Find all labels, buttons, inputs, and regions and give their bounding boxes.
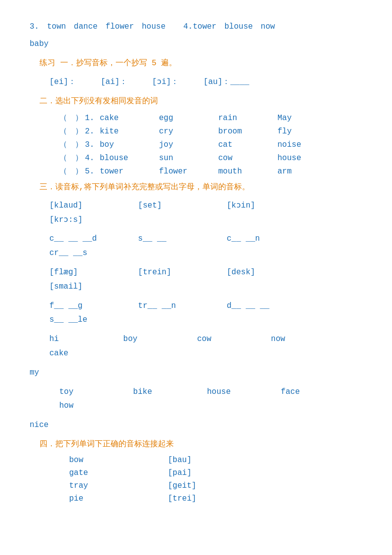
blank1-1: s__ __ [138, 232, 222, 246]
header-town: town [47, 20, 66, 34]
section2-item4: （ ） 4. blouse sun cow house [59, 153, 362, 163]
blank1-3: cr__ __s [49, 246, 133, 260]
wl1-2: cow [197, 332, 266, 346]
wl1-1: boy [123, 332, 193, 346]
word5-1: flower [159, 167, 218, 176]
wl2-1: bike [133, 385, 202, 399]
section2-title: 二．选出下列没有发相同发音的词 [39, 94, 362, 109]
section2-item5: （ ） 5. tower flower mouth arm [59, 166, 362, 176]
paren3: （ ） [59, 139, 83, 150]
header-num3: 3. [30, 20, 39, 34]
s4-phon4: [trei] [168, 494, 196, 503]
phon2-1: [trein] [138, 265, 222, 280]
section4-pair1: bow [bau] [69, 456, 362, 465]
num2: 2. [85, 127, 100, 136]
phonetic-ai: [ai]： [101, 78, 127, 86]
word1-3: May [277, 114, 292, 123]
wl1-0: hi [49, 332, 118, 346]
paren5: （ ） [59, 166, 83, 176]
section3-phonetic-row2: [flæg] [trein] [desk] [smail] [49, 265, 362, 294]
section3-word-row1: hi boy cow now cake [49, 332, 362, 361]
header-house: house [142, 20, 165, 34]
num3: 3. [85, 140, 100, 149]
word5-3: arm [277, 167, 292, 176]
phonetic-oi: [ɔi]： [152, 78, 179, 86]
wl2-0: toy [59, 385, 128, 399]
phonetic-au: [au]：____ [203, 78, 249, 86]
num1: 1. [85, 114, 100, 123]
paren1: （ ） [59, 113, 83, 123]
section4-title: 四．把下列单词下正确的音标连接起来 [39, 437, 362, 452]
section4-pair3: tray [geit] [69, 481, 362, 490]
section4-pair4: pie [trei] [69, 494, 362, 503]
s4-word2: gate [69, 469, 168, 477]
blank1-0: c__ __ __d [49, 232, 133, 246]
word1-1: egg [159, 114, 218, 123]
wl2-2: house [207, 385, 276, 399]
num4: 4. [85, 154, 100, 163]
section2-item1: （ ） 1. cake egg rain May [59, 113, 362, 123]
section3-my-prefix: my [30, 366, 362, 380]
word5-0: tower [100, 167, 159, 176]
word3-0: boy [100, 140, 159, 149]
blank2-0: f__ __g [49, 299, 133, 313]
wl1-4: cake [49, 349, 68, 358]
blank1-2: c__ __n [227, 232, 311, 246]
word3-2: cat [218, 140, 277, 149]
section2-item2: （ ） 2. kite cry broom fly [59, 126, 362, 136]
exercise-intro: 练习 一．抄写音标，一个抄写 5 遍。 [39, 56, 362, 71]
section3-blank-row2: f__ __g tr__ __n d__ __ __ s__ __le [49, 299, 362, 328]
word4-2: cow [218, 154, 277, 163]
word1-0: cake [100, 114, 159, 123]
word3-1: joy [159, 140, 218, 149]
s4-word1: bow [69, 456, 168, 465]
phon2-0: [flæg] [49, 265, 133, 280]
num5: 5. [85, 167, 100, 176]
header-blouse: blouse [224, 20, 253, 34]
word4-1: sun [159, 154, 218, 163]
word4-0: blouse [100, 154, 159, 163]
phon1-0: [klaud] [49, 199, 133, 213]
wl2-3: face [281, 385, 350, 399]
wl2-4: how [59, 401, 74, 410]
phon2-2: [desk] [227, 265, 311, 280]
phonetic-ei: [ei]： [49, 78, 76, 86]
phon2-3: [smail] [49, 280, 133, 294]
word2-2: broom [218, 127, 277, 136]
phon1-1: [set] [138, 199, 222, 213]
word5-2: mouth [218, 167, 277, 176]
paren2: （ ） [59, 126, 83, 136]
wl1-3: now [271, 332, 340, 346]
s4-phon1: [bau] [168, 456, 192, 465]
section2-item3: （ ） 3. boy joy cat noise [59, 139, 362, 150]
section4-pair2: gate [pai] [69, 469, 362, 477]
s4-word4: pie [69, 494, 168, 503]
section3-word-row2: toy bike house face how [59, 385, 362, 414]
word2-1: cry [159, 127, 218, 136]
header-now: now [261, 20, 275, 34]
phon1-3: [krɔ:s] [49, 213, 133, 227]
section3-blank-row1: c__ __ __d s__ __ c__ __n cr__ __s [49, 232, 362, 260]
section3-nice-prefix: nice [30, 418, 362, 432]
blank2-2: d__ __ __ [227, 299, 311, 313]
s4-phon3: [geit] [168, 481, 196, 490]
header-flower: flower [106, 20, 134, 34]
header-dance: dance [74, 20, 98, 34]
word4-3: house [277, 154, 301, 163]
header-line1: 3. town dance flower house 4.tower blous… [30, 20, 362, 34]
s4-word3: tray [69, 481, 168, 490]
word3-3: noise [277, 140, 301, 149]
blank2-3: s__ __le [49, 313, 133, 327]
phon1-2: [kɔin] [227, 199, 311, 213]
section3-title: 三．读音标,将下列单词补充完整或写出字母，单词的音标。 [39, 180, 362, 195]
section3-phonetic-row1: [klaud] [set] [kɔin] [krɔ:s] [49, 199, 362, 227]
word1-2: rain [218, 114, 277, 123]
header-line2: baby [30, 37, 362, 51]
phonetics-row: [ei]： [ai]： [ɔi]： [au]：____ [49, 75, 362, 89]
header-4tower: 4.tower [183, 20, 216, 34]
blank2-1: tr__ __n [138, 299, 222, 313]
word2-3: fly [277, 127, 292, 136]
s4-phon2: [pai] [168, 469, 192, 477]
word2-0: kite [100, 127, 159, 136]
paren4: （ ） [59, 153, 83, 163]
